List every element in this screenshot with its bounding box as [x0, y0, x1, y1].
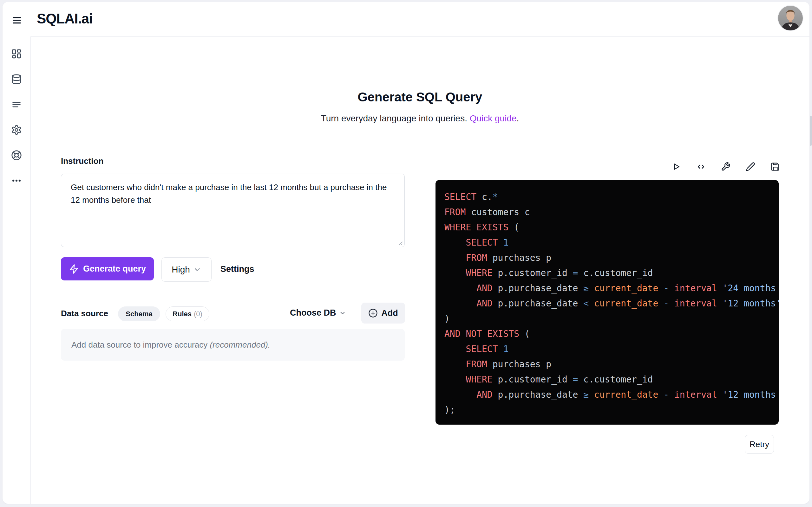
edit-query-button[interactable]	[743, 159, 758, 175]
top-bar: SQLAI.ai	[3, 2, 809, 37]
save-icon	[770, 162, 780, 172]
instruction-label: Instruction	[61, 156, 103, 166]
play-icon	[671, 162, 681, 172]
sql-code[interactable]: SELECT c.*FROM customers cWHERE EXISTS (…	[436, 180, 779, 425]
data-source-label: Data source	[61, 308, 108, 319]
app-window: SQLAI.ai	[3, 2, 809, 504]
generate-query-label: Generate query	[83, 264, 146, 274]
sidebar-item-help[interactable]	[10, 150, 23, 162]
page-title: Generate SQL Query	[31, 90, 809, 104]
data-source-placeholder: Add data source to improve accuracy (rec…	[71, 340, 270, 350]
retry-label: Retry	[750, 440, 769, 449]
data-source-placeholder-panel: Add data source to improve accuracy (rec…	[61, 329, 405, 360]
database-icon	[11, 74, 22, 86]
app-logo: SQLAI.ai	[37, 11, 92, 26]
code-line: WHERE p.customer_id = c.customer_id	[444, 266, 779, 281]
rules-badge[interactable]: Rules(0)	[165, 306, 209, 321]
code-line: AND p.purchase_date ≥ current_date - int…	[444, 387, 779, 402]
gear-icon	[11, 124, 22, 136]
chevron-down-icon	[193, 266, 201, 274]
sidebar-item-data-sources[interactable]	[10, 73, 23, 86]
code-line: );	[444, 402, 779, 418]
sidebar-item-settings[interactable]	[10, 124, 23, 137]
page-scrollbar-track	[809, 0, 812, 507]
quick-guide-link[interactable]: Quick guide	[470, 113, 517, 123]
code-line: AND NOT EXISTS (	[444, 326, 779, 342]
header-divider	[31, 37, 809, 37]
code-line: AND p.purchase_date ≥ current_date - int…	[444, 281, 779, 296]
add-data-source-button[interactable]: Add	[361, 302, 405, 324]
subtitle-text: Turn everyday language into queries.	[321, 113, 470, 123]
add-button-label: Add	[381, 308, 398, 318]
code-line: SELECT c.*	[444, 189, 779, 205]
hamburger-menu-button[interactable]	[11, 14, 23, 26]
code-line: FROM customers c	[444, 205, 779, 220]
choose-db-dropdown[interactable]: Choose DB	[290, 308, 346, 318]
layout-dashboard-icon	[11, 49, 22, 60]
quality-value: High	[171, 265, 190, 275]
code-line: WHERE p.customer_id = c.customer_id	[444, 372, 779, 387]
code-line: FROM purchases p	[444, 250, 779, 266]
sidebar-item-more[interactable]	[10, 175, 23, 187]
rules-badge-label: Rules	[172, 310, 192, 318]
ellipsis-icon	[11, 175, 22, 187]
code-toolbar	[669, 159, 783, 175]
optimize-query-button[interactable]	[718, 159, 733, 175]
code-line: WHERE EXISTS (	[444, 220, 779, 235]
view-code-button[interactable]	[693, 159, 709, 175]
generate-query-button[interactable]: Generate query	[61, 257, 154, 280]
lightning-bolt-icon	[69, 264, 79, 274]
save-query-button[interactable]	[768, 159, 783, 175]
user-avatar[interactable]	[778, 6, 803, 31]
rules-count: (0)	[194, 310, 202, 318]
code-line: FROM purchases p	[444, 357, 779, 372]
chevron-down-icon	[339, 309, 346, 317]
page-subtitle: Turn everyday language into queries. Qui…	[31, 113, 809, 124]
instruction-input[interactable]: Get customers who didn't make a purchase…	[61, 174, 405, 247]
sidebar-item-dashboard[interactable]	[10, 48, 23, 61]
wrench-icon	[721, 162, 730, 172]
hamburger-icon	[11, 15, 22, 26]
page-scrollbar-thumb[interactable]	[810, 116, 812, 146]
sidebar-item-queries[interactable]	[10, 99, 23, 112]
life-buoy-icon	[11, 150, 22, 162]
list-lines-icon	[11, 99, 22, 111]
pencil-icon	[746, 162, 755, 172]
code-brackets-icon	[696, 162, 706, 172]
schema-badge[interactable]: Schema	[118, 306, 160, 321]
quality-dropdown[interactable]: High	[161, 257, 212, 282]
retry-button[interactable]: Retry	[745, 435, 774, 454]
code-line: SELECT 1	[444, 235, 779, 250]
schema-badge-label: Schema	[125, 310, 152, 318]
settings-link[interactable]: Settings	[220, 264, 254, 274]
code-line: AND p.purchase_date < current_date - int…	[444, 296, 779, 311]
code-line: SELECT 1	[444, 342, 779, 357]
subtitle-period: .	[517, 113, 519, 123]
choose-db-label: Choose DB	[290, 308, 336, 318]
code-line: )	[444, 311, 779, 326]
plus-circle-icon	[368, 308, 378, 318]
sidebar-divider	[31, 37, 31, 504]
run-query-button[interactable]	[669, 159, 684, 175]
